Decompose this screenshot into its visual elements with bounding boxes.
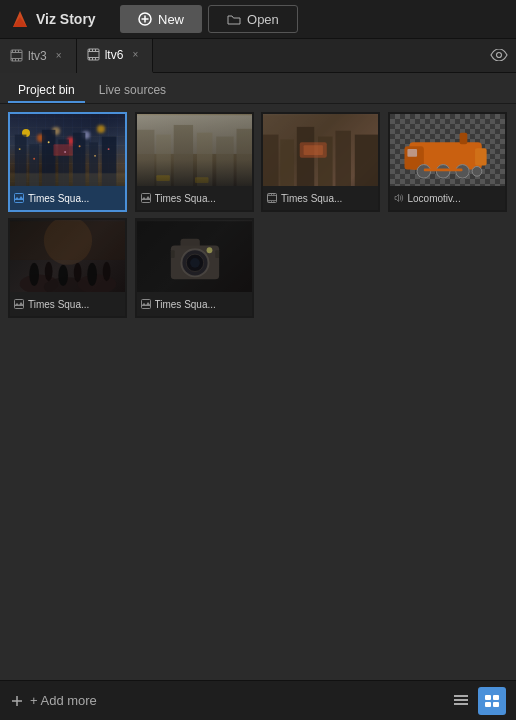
tab-live-sources[interactable]: Live sources bbox=[89, 79, 176, 103]
svg-rect-62 bbox=[268, 200, 277, 201]
plus-icon bbox=[10, 694, 24, 708]
view-toggle bbox=[447, 687, 506, 715]
media-item-3[interactable]: Times Squa... bbox=[261, 112, 380, 212]
main-area: Times Squa... bbox=[0, 104, 516, 679]
list-view-button[interactable] bbox=[447, 687, 475, 715]
svg-rect-9 bbox=[15, 50, 16, 52]
media-item-2[interactable]: Times Squa... bbox=[135, 112, 254, 212]
new-icon bbox=[138, 12, 152, 26]
content-tabs: Project bin Live sources bbox=[0, 73, 516, 104]
topbar: Viz Story New Open bbox=[0, 0, 516, 39]
grid-view-icon bbox=[484, 694, 500, 708]
svg-point-81 bbox=[78, 274, 117, 293]
media-label-text-6: Times Squa... bbox=[155, 299, 248, 310]
svg-rect-11 bbox=[12, 59, 13, 61]
svg-rect-13 bbox=[18, 59, 19, 61]
media-label-5: Times Squa... bbox=[10, 292, 125, 316]
svg-rect-66 bbox=[269, 201, 270, 203]
svg-rect-20 bbox=[89, 58, 90, 60]
audio-icon-4 bbox=[394, 193, 404, 203]
svg-rect-96 bbox=[180, 239, 199, 249]
media-label-text-4: Locomotiv... bbox=[408, 193, 501, 204]
thumb-ts3-svg bbox=[263, 114, 378, 190]
grid-view-button[interactable] bbox=[478, 687, 506, 715]
svg-rect-68 bbox=[274, 201, 275, 203]
svg-rect-65 bbox=[274, 194, 275, 196]
film-icon-tab2 bbox=[87, 48, 100, 61]
tab-ltv6[interactable]: ltv6 × bbox=[77, 39, 154, 73]
svg-rect-109 bbox=[493, 702, 499, 707]
media-grid: Times Squa... bbox=[0, 104, 516, 326]
media-label-text-1: Times Squa... bbox=[28, 193, 121, 204]
svg-rect-48 bbox=[156, 175, 170, 181]
media-item-5[interactable]: Times Squa... bbox=[8, 218, 127, 318]
svg-rect-59 bbox=[304, 145, 323, 155]
svg-rect-57 bbox=[355, 135, 378, 189]
add-more-button[interactable]: + Add more bbox=[10, 693, 97, 708]
svg-rect-108 bbox=[485, 702, 491, 707]
tab-ltv3[interactable]: ltv3 × bbox=[0, 39, 77, 73]
media-item-4[interactable]: Locomotiv... bbox=[388, 112, 507, 212]
svg-rect-47 bbox=[236, 129, 251, 189]
svg-rect-39 bbox=[53, 144, 72, 156]
open-button-label: Open bbox=[247, 12, 279, 27]
new-button[interactable]: New bbox=[120, 5, 202, 33]
svg-rect-71 bbox=[459, 133, 467, 145]
svg-rect-61 bbox=[268, 195, 277, 196]
svg-rect-105 bbox=[454, 703, 468, 705]
svg-point-87 bbox=[103, 262, 111, 281]
svg-rect-99 bbox=[215, 250, 219, 258]
svg-rect-7 bbox=[11, 58, 22, 59]
svg-point-85 bbox=[74, 263, 82, 282]
bottom-bar: + Add more bbox=[0, 680, 516, 720]
svg-point-86 bbox=[87, 263, 97, 286]
svg-rect-46 bbox=[216, 137, 233, 189]
new-button-label: New bbox=[158, 12, 184, 27]
svg-point-83 bbox=[45, 262, 53, 281]
svg-rect-104 bbox=[454, 699, 468, 701]
add-more-label: + Add more bbox=[30, 693, 97, 708]
preview-eye-button[interactable] bbox=[490, 47, 508, 65]
svg-rect-53 bbox=[280, 139, 294, 188]
svg-rect-103 bbox=[454, 695, 468, 697]
media-label-4: Locomotiv... bbox=[390, 186, 505, 210]
svg-point-95 bbox=[190, 258, 200, 268]
svg-rect-67 bbox=[271, 201, 272, 203]
svg-point-32 bbox=[33, 158, 35, 160]
svg-rect-78 bbox=[475, 148, 487, 165]
media-item-1[interactable]: Times Squa... bbox=[8, 112, 127, 212]
media-item-6[interactable]: Times Squa... bbox=[135, 218, 254, 318]
app-name: Viz Story bbox=[36, 11, 96, 27]
svg-rect-21 bbox=[92, 58, 93, 60]
media-label-6: Times Squa... bbox=[137, 292, 252, 316]
svg-rect-52 bbox=[263, 135, 278, 189]
svg-rect-56 bbox=[335, 131, 350, 189]
svg-rect-19 bbox=[95, 49, 96, 51]
svg-rect-43 bbox=[156, 135, 170, 189]
svg-rect-77 bbox=[423, 168, 462, 171]
thumb-ts4-svg bbox=[10, 220, 125, 296]
svg-point-82 bbox=[29, 263, 39, 286]
svg-rect-12 bbox=[15, 59, 16, 61]
svg-rect-64 bbox=[271, 194, 272, 196]
svg-point-97 bbox=[206, 247, 212, 253]
svg-rect-18 bbox=[92, 49, 93, 51]
svg-marker-1 bbox=[13, 17, 27, 27]
tab-ltv6-close[interactable]: × bbox=[128, 48, 142, 62]
svg-rect-98 bbox=[170, 250, 174, 258]
film-icon-tab1 bbox=[10, 49, 23, 62]
open-folder-icon bbox=[227, 12, 241, 26]
list-view-icon bbox=[453, 694, 469, 708]
svg-point-36 bbox=[94, 155, 96, 157]
svg-rect-106 bbox=[485, 695, 491, 700]
svg-rect-8 bbox=[12, 50, 13, 52]
project-bin-grid: Times Squa... bbox=[0, 104, 516, 671]
svg-rect-16 bbox=[88, 57, 99, 58]
app-logo: Viz Story bbox=[0, 9, 120, 29]
tab-project-bin[interactable]: Project bin bbox=[8, 79, 85, 103]
svg-point-37 bbox=[108, 148, 110, 150]
open-button[interactable]: Open bbox=[208, 5, 298, 33]
svg-rect-45 bbox=[196, 133, 211, 189]
svg-point-76 bbox=[472, 166, 482, 176]
tab-ltv3-close[interactable]: × bbox=[52, 49, 66, 63]
